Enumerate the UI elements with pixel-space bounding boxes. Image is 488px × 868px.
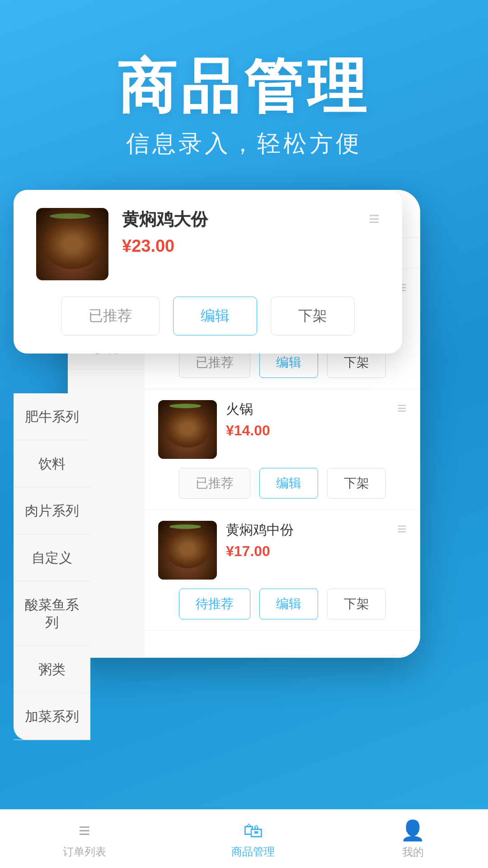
product-image-1 xyxy=(158,400,217,459)
product-price-2: ¥17.00 xyxy=(226,543,388,560)
extended-sidebar: 肥牛系列 饮料 肉片系列 自定义 酸菜鱼系列 粥类 加菜系列 xyxy=(14,393,90,740)
product-card-1: 火锅 ¥14.00 ≡ 已推荐 编辑 下架 xyxy=(145,389,420,510)
popup-delist-button[interactable]: 下架 xyxy=(271,297,355,335)
food-image-1 xyxy=(158,400,217,459)
product-info-2: 黄焖鸡中份 ¥17.00 xyxy=(226,521,388,560)
hero-title: 商品管理 xyxy=(0,54,488,119)
product-name-2: 黄焖鸡中份 xyxy=(226,521,388,539)
delist-button-1[interactable]: 下架 xyxy=(327,468,386,499)
profile-icon: 👤 xyxy=(400,819,425,842)
food-image-2 xyxy=(158,521,217,580)
action-row-2: 待推荐 编辑 下架 xyxy=(158,589,407,619)
ext-sidebar-item-4[interactable]: 酸菜鱼系列 xyxy=(14,581,90,646)
nav-item-products[interactable]: 🛍 商品管理 xyxy=(231,819,275,859)
hero-section: 商品管理 信息录入，轻松方便 xyxy=(0,0,488,187)
action-row-1: 已推荐 编辑 下架 xyxy=(158,468,407,499)
hero-subtitle: 信息录入，轻松方便 xyxy=(0,128,488,160)
popup-drag-handle[interactable]: ≡ xyxy=(368,208,380,230)
nav-item-profile[interactable]: 👤 我的 xyxy=(400,819,425,859)
orders-icon: ≡ xyxy=(79,819,90,842)
product-price-1: ¥14.00 xyxy=(226,422,388,439)
nav-label-orders: 订单列表 xyxy=(63,844,106,859)
product-name-1: 火锅 xyxy=(226,400,388,419)
ext-sidebar-item-2[interactable]: 肉片系列 xyxy=(14,487,90,534)
product-info-1: 火锅 ¥14.00 xyxy=(226,400,388,439)
ext-sidebar-item-0[interactable]: 肥牛系列 xyxy=(14,393,90,440)
popup-product-price: ¥23.00 xyxy=(122,236,355,256)
product-image-2 xyxy=(158,521,217,580)
popup-product-info: 黄焖鸡大份 ¥23.00 xyxy=(122,208,355,256)
spacer xyxy=(145,631,420,658)
drag-handle-1[interactable]: ≡ xyxy=(397,400,407,416)
pending-button-2[interactable]: 待推荐 xyxy=(179,589,250,619)
product-card-2: 黄焖鸡中份 ¥17.00 ≡ 待推荐 编辑 下架 xyxy=(145,510,420,631)
edit-button-1[interactable]: 编辑 xyxy=(259,468,318,499)
ext-sidebar-item-3[interactable]: 自定义 xyxy=(14,534,90,581)
popup-product-row: 黄焖鸡大份 ¥23.00 ≡ xyxy=(36,208,380,280)
ext-sidebar-item-5[interactable]: 粥类 xyxy=(14,646,90,693)
drag-handle-2[interactable]: ≡ xyxy=(397,521,407,537)
ext-sidebar-item-6[interactable]: 加菜系列 xyxy=(14,693,90,740)
popup-food-image xyxy=(36,208,108,280)
products-icon: 🛍 xyxy=(243,819,263,842)
ext-sidebar-item-1[interactable]: 饮料 xyxy=(14,440,90,487)
bottom-nav: ≡ 订单列表 🛍 商品管理 👤 我的 xyxy=(0,809,488,868)
popup-recommend-button[interactable]: 已推荐 xyxy=(61,297,160,335)
nav-label-products: 商品管理 xyxy=(231,844,275,859)
nav-label-profile: 我的 xyxy=(402,845,424,859)
popup-action-row: 已推荐 编辑 下架 xyxy=(36,297,380,335)
nav-item-orders[interactable]: ≡ 订单列表 xyxy=(63,819,106,859)
popup-card: 黄焖鸡大份 ¥23.00 ≡ 已推荐 编辑 下架 xyxy=(14,190,402,354)
recommend-button-1[interactable]: 已推荐 xyxy=(179,468,250,499)
delist-button-2[interactable]: 下架 xyxy=(327,589,386,619)
edit-button-2[interactable]: 编辑 xyxy=(259,589,318,619)
popup-edit-button[interactable]: 编辑 xyxy=(173,297,257,335)
popup-product-name: 黄焖鸡大份 xyxy=(122,208,355,231)
